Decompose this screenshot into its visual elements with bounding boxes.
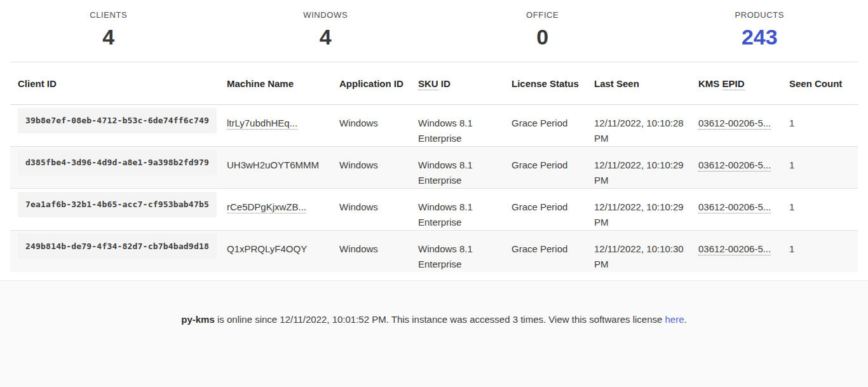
cell-kms-epid: 03612-00206-5... bbox=[698, 105, 789, 147]
cell-seen-count: 1 bbox=[789, 231, 858, 273]
cell-client-id: 39b8e7ef-08eb-4712-b53c-6de74ff6c749 bbox=[10, 105, 227, 147]
cell-license-status: Grace Period bbox=[512, 189, 594, 231]
cell-application-id: Windows bbox=[339, 231, 418, 273]
cell-machine-name: rCe5DPgKjxwZB... bbox=[227, 189, 339, 231]
cell-client-id: d385fbe4-3d96-4d9d-a8e1-9a398b2fd979 bbox=[10, 147, 227, 189]
sku-abbr: SKU bbox=[418, 78, 438, 90]
column-header-license-status: License Status bbox=[512, 62, 594, 105]
content-sheet: CLIENTS 4 WINDOWS 4 OFFICE 0 PRODUCTS 24… bbox=[0, 0, 868, 280]
machine-name-text: UH3wH2uOYT6MMM bbox=[227, 160, 319, 170]
cell-last-seen: 12/11/2022, 10:10:30 PM bbox=[594, 231, 698, 273]
stat-products-label: PRODUCTS bbox=[651, 10, 868, 20]
cell-seen-count: 1 bbox=[789, 189, 858, 231]
app-name: py-kms bbox=[181, 314, 215, 325]
column-header-kms-epid: KMS EPID bbox=[698, 62, 789, 105]
stat-office-value: 0 bbox=[434, 24, 651, 50]
cell-license-status: Grace Period bbox=[512, 105, 594, 147]
column-header-machine-name: Machine Name bbox=[227, 62, 339, 105]
cell-sku-id: Windows 8.1 Enterprise bbox=[418, 231, 512, 273]
cell-kms-epid: 03612-00206-5... bbox=[698, 147, 789, 189]
cell-application-id: Windows bbox=[339, 189, 418, 231]
cell-client-id: 7ea1af6b-32b1-4b65-acc7-cf953bab47b5 bbox=[10, 189, 227, 231]
kms-epid-abbr: 03612-00206-5... bbox=[698, 160, 771, 172]
cell-license-status: Grace Period bbox=[512, 147, 594, 189]
status-footer: py-kms is online since 12/11/2022, 10:01… bbox=[0, 280, 868, 387]
cell-seen-count: 1 bbox=[789, 147, 858, 189]
client-id-chip: 39b8e7ef-08eb-4712-b53c-6de74ff6c749 bbox=[18, 108, 217, 133]
stat-products-value: 243 bbox=[651, 24, 868, 50]
stat-clients-value: 4 bbox=[0, 24, 217, 50]
cell-sku-id: Windows 8.1 Enterprise bbox=[418, 105, 512, 147]
cell-sku-id: Windows 8.1 Enterprise bbox=[418, 147, 512, 189]
kms-epid-abbr: 03612-00206-5... bbox=[698, 243, 771, 255]
kms-epid-abbr: 03612-00206-5... bbox=[698, 201, 771, 214]
cell-application-id: Windows bbox=[339, 147, 418, 189]
cell-client-id: 249b814b-de79-4f34-82d7-cb7b4bad9d18 bbox=[10, 231, 227, 273]
cell-application-id: Windows bbox=[339, 105, 418, 147]
cell-machine-name: Q1xPRQLyF4OQY bbox=[227, 231, 339, 273]
stat-products: PRODUCTS 243 bbox=[651, 10, 868, 50]
stat-windows-label: WINDOWS bbox=[217, 10, 435, 20]
cell-last-seen: 12/11/2022, 10:10:29 PM bbox=[594, 147, 698, 189]
stat-office-label: OFFICE bbox=[434, 10, 651, 20]
machine-name-abbr: ltrLy7ubdhHEq... bbox=[227, 118, 297, 130]
footer-suffix: . bbox=[684, 314, 687, 325]
footer-status-text: is online since 12/11/2022, 10:01:52 PM.… bbox=[217, 314, 662, 325]
cell-machine-name: ltrLy7ubdhHEq... bbox=[227, 105, 339, 147]
column-header-seen-count: Seen Count bbox=[789, 62, 858, 105]
machine-name-abbr: rCe5DPgKjxwZB... bbox=[227, 201, 306, 214]
stat-clients-label: CLIENTS bbox=[0, 10, 217, 20]
epid-abbr: EPID bbox=[722, 78, 745, 90]
client-id-chip: 249b814b-de79-4f34-82d7-cb7b4bad9d18 bbox=[18, 234, 217, 259]
cell-license-status: Grace Period bbox=[512, 231, 594, 273]
cell-last-seen: 12/11/2022, 10:10:28 PM bbox=[594, 105, 698, 147]
column-header-sku-id: SKU ID bbox=[418, 62, 512, 105]
machine-name-text: Q1xPRQLyF4OQY bbox=[227, 243, 307, 254]
stat-windows-value: 4 bbox=[217, 24, 435, 50]
column-header-client-id: Client ID bbox=[10, 62, 227, 105]
cell-sku-id: Windows 8.1 Enterprise bbox=[418, 189, 512, 231]
table-row: 39b8e7ef-08eb-4712-b53c-6de74ff6c749 ltr… bbox=[10, 105, 858, 147]
table-row: 249b814b-de79-4f34-82d7-cb7b4bad9d18 Q1x… bbox=[10, 231, 858, 273]
sku-rest: ID bbox=[441, 78, 451, 89]
cell-machine-name: UH3wH2uOYT6MMM bbox=[227, 147, 339, 189]
stat-windows: WINDOWS 4 bbox=[217, 10, 435, 50]
cell-seen-count: 1 bbox=[789, 105, 858, 147]
column-header-last-seen: Last Seen bbox=[594, 62, 698, 105]
cell-last-seen: 12/11/2022, 10:10:29 PM bbox=[594, 189, 698, 231]
cell-kms-epid: 03612-00206-5... bbox=[698, 231, 789, 273]
client-id-chip: d385fbe4-3d96-4d9d-a8e1-9a398b2fd979 bbox=[18, 150, 217, 175]
column-header-application-id: Application ID bbox=[339, 62, 418, 105]
stats-row: CLIENTS 4 WINDOWS 4 OFFICE 0 PRODUCTS 24… bbox=[0, 0, 868, 62]
client-id-chip: 7ea1af6b-32b1-4b65-acc7-cf953bab47b5 bbox=[18, 192, 217, 217]
license-link[interactable]: here bbox=[665, 314, 684, 325]
kms-text: KMS bbox=[698, 78, 719, 89]
table-header-row: Client ID Machine Name Application ID SK… bbox=[10, 62, 858, 105]
table-row: 7ea1af6b-32b1-4b65-acc7-cf953bab47b5 rCe… bbox=[10, 189, 858, 231]
table-row: d385fbe4-3d96-4d9d-a8e1-9a398b2fd979 UH3… bbox=[10, 147, 858, 189]
stat-office: OFFICE 0 bbox=[434, 10, 651, 50]
stat-clients: CLIENTS 4 bbox=[0, 10, 217, 50]
clients-table: Client ID Machine Name Application ID SK… bbox=[10, 62, 858, 272]
kms-epid-abbr: 03612-00206-5... bbox=[698, 118, 771, 130]
cell-kms-epid: 03612-00206-5... bbox=[698, 189, 789, 231]
